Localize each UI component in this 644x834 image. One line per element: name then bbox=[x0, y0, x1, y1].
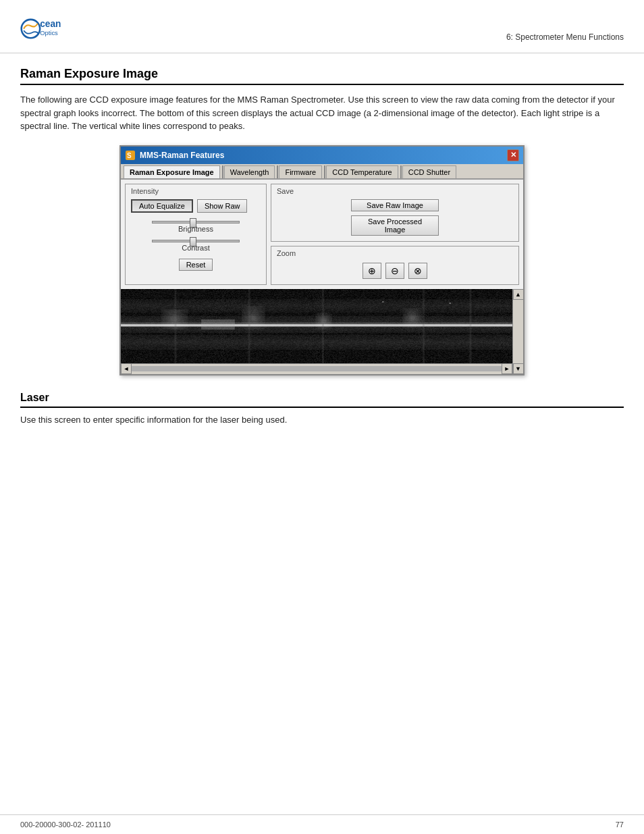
dialog-tabs[interactable]: Raman Exposure Image Wavelength Firmware… bbox=[121, 164, 523, 180]
section1-text: The following are CCD exposure image fea… bbox=[20, 93, 624, 133]
hscroll-left-button[interactable]: ◄ bbox=[121, 363, 132, 374]
page-number: 77 bbox=[616, 820, 624, 829]
hscroll-track[interactable] bbox=[132, 366, 502, 371]
tab-wavelength[interactable]: Wavelength bbox=[224, 165, 275, 178]
svg-text:Optics: Optics bbox=[40, 29, 58, 36]
dialog-close-button[interactable]: ✕ bbox=[507, 149, 519, 161]
intensity-label: Intensity bbox=[131, 187, 261, 195]
save-panel: Save Save Raw Image Save Processed Image bbox=[271, 184, 519, 242]
show-raw-button[interactable]: Show Raw bbox=[197, 199, 248, 213]
dialog-titlebar: S MMS-Raman Features ✕ bbox=[121, 147, 523, 164]
zoom-in-button[interactable]: ⊕ bbox=[363, 263, 381, 279]
save-raw-image-button[interactable]: Save Raw Image bbox=[351, 199, 439, 211]
dialog-icon: S bbox=[125, 150, 136, 161]
zoom-out-button[interactable]: ⊖ bbox=[385, 263, 404, 279]
save-buttons: Save Raw Image Save Processed Image bbox=[277, 199, 513, 236]
zoom-label: Zoom bbox=[277, 249, 513, 257]
zoom-in-icon: ⊕ bbox=[368, 265, 376, 276]
ccd-canvas bbox=[121, 289, 512, 363]
ccd-image bbox=[121, 289, 512, 363]
reset-btn-container: Reset bbox=[131, 259, 261, 271]
vertical-scrollbar[interactable]: ▲ ▼ bbox=[512, 289, 523, 374]
intensity-buttons: Auto Equalize Show Raw bbox=[131, 199, 261, 213]
tab-raman-exposure[interactable]: Raman Exposure Image bbox=[124, 165, 220, 178]
svg-text:cean: cean bbox=[40, 19, 61, 29]
laser-title: Laser bbox=[20, 392, 624, 408]
section-label: 6: Spectrometer Menu Functions bbox=[506, 12, 624, 42]
logo-area: cean Optics bbox=[20, 12, 63, 46]
contrast-slider-track[interactable] bbox=[152, 240, 240, 242]
ccd-image-main: ◄ ► bbox=[121, 289, 512, 374]
tab-ccd-shutter[interactable]: CCD Shutter bbox=[402, 165, 456, 178]
hscroll-right-button[interactable]: ► bbox=[502, 363, 512, 374]
auto-equalize-button[interactable]: Auto Equalize bbox=[131, 199, 193, 213]
tab-ccd-temperature[interactable]: CCD Temperature bbox=[326, 165, 398, 178]
horizontal-scrollbar[interactable]: ◄ ► bbox=[121, 363, 512, 374]
doc-number: 000-20000-300-02- 201110 bbox=[20, 820, 111, 829]
vscroll-up-button[interactable]: ▲ bbox=[513, 289, 524, 300]
page-footer: 000-20000-300-02- 201110 77 bbox=[0, 814, 644, 834]
image-row: ◄ ► ▲ ▼ bbox=[121, 289, 523, 374]
zoom-out-icon: ⊖ bbox=[391, 265, 399, 276]
intensity-panel: Intensity Auto Equalize Show Raw Brightn… bbox=[125, 184, 267, 285]
ocean-optics-logo: cean Optics bbox=[20, 12, 61, 46]
brightness-slider-container: Brightness bbox=[131, 221, 261, 233]
vscroll-down-button[interactable]: ▼ bbox=[513, 363, 524, 374]
page-header: cean Optics 6: Spectrometer Menu Functio… bbox=[0, 0, 644, 53]
save-processed-image-button[interactable]: Save Processed Image bbox=[351, 215, 439, 236]
brightness-slider-thumb[interactable] bbox=[190, 218, 196, 228]
brightness-slider-track[interactable] bbox=[152, 221, 240, 224]
zoom-reset-button[interactable]: ⊗ bbox=[408, 263, 427, 279]
section1-title: Raman Exposure Image bbox=[20, 67, 624, 85]
right-panels: Save Save Raw Image Save Processed Image… bbox=[271, 184, 519, 285]
zoom-buttons: ⊕ ⊖ ⊗ bbox=[277, 263, 513, 279]
contrast-slider-thumb[interactable] bbox=[190, 237, 196, 246]
dialog-window: S MMS-Raman Features ✕ Raman Exposure Im… bbox=[119, 145, 525, 375]
dialog-title: MMS-Raman Features bbox=[140, 151, 224, 160]
svg-text:S: S bbox=[127, 152, 132, 159]
laser-text: Use this screen to enter specific inform… bbox=[20, 413, 624, 427]
dialog-title-left: S MMS-Raman Features bbox=[125, 150, 224, 161]
save-label: Save bbox=[277, 187, 513, 195]
zoom-reset-icon: ⊗ bbox=[414, 265, 422, 276]
page-content: Raman Exposure Image The following are C… bbox=[0, 53, 644, 452]
laser-section: Laser Use this screen to enter specific … bbox=[20, 392, 624, 427]
zoom-panel: Zoom ⊕ ⊖ ⊗ bbox=[271, 246, 519, 285]
dialog-body: Intensity Auto Equalize Show Raw Brightn… bbox=[121, 180, 523, 289]
tab-firmware[interactable]: Firmware bbox=[279, 165, 322, 178]
contrast-slider-container: Contrast bbox=[131, 240, 261, 252]
reset-button[interactable]: Reset bbox=[179, 259, 213, 271]
